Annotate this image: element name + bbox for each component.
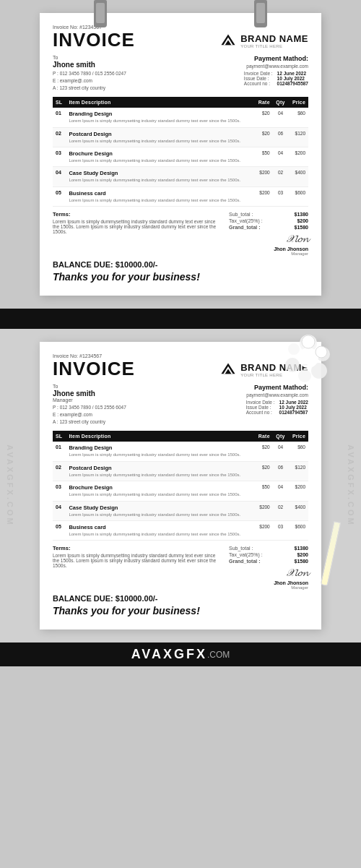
subtotal-row: Sub_total : $1380	[229, 211, 308, 218]
tax-label: Tax_vat(25%) :	[229, 218, 263, 223]
payment-grid: Invoice Date : 12 June 2022 Issue Date :…	[244, 71, 308, 86]
col-sl-b: SL	[53, 431, 66, 442]
invoice-table-top: SL Item Description Rate Qty Price 01 Br…	[53, 97, 308, 207]
balance-due-top: BALANCE DUE: $10000.00/-	[53, 260, 308, 269]
payment-email: payment@www.example.com	[244, 64, 308, 69]
table-body-bottom: 01 Branding Design Lorem Ipsum is simply…	[53, 442, 308, 540]
svg-point-5	[311, 363, 327, 379]
signer-role-bottom: Manager	[229, 585, 308, 590]
account-label-b: Account no :	[246, 410, 275, 415]
invoice-bottom-top: Terms: Lorem Ipsum is simply dummysettin…	[53, 211, 308, 256]
table-row: 03 Brochure Design Lorem Ipsum is simply…	[53, 147, 308, 167]
signature-area-bottom: 𝒳𝓵𝓸𝓷 Jhon Jhonson Manager	[229, 567, 308, 590]
table-row: 05 Business card Lorem Ipsum is simply d…	[53, 186, 308, 206]
bottom-section: AVAXGFX.COM AVAXGFX.COM Invoice No:	[0, 329, 361, 643]
brand-name-bottom: BRAND NAME	[240, 363, 308, 373]
table-row: 04 Case Study Design Lorem Ipsum is simp…	[53, 501, 308, 520]
tax-value: $200	[297, 218, 308, 223]
table-row: 01 Branding Design Lorem Ipsum is simply…	[53, 108, 308, 127]
tax-label-b: Tax_vat(25%) :	[229, 552, 263, 557]
tax-row: Tax_vat(25%) : $200	[229, 218, 308, 224]
col-rate: Rate	[254, 97, 272, 108]
subtotal-value: $1380	[295, 212, 308, 217]
grandtotal-value-b: $1580	[295, 559, 308, 564]
invoice-date-value-b: 12 June 2022	[279, 400, 308, 405]
table-row: 02 Postcard Design Lorem Ipsum is simply…	[53, 461, 308, 481]
invoice-title-bottom: INVOICE	[53, 359, 135, 378]
subtotal-label-b: Sub_total :	[229, 546, 253, 551]
invoice-date-value: 12 June 2022	[277, 71, 308, 76]
grandtotal-row: Grand_total : $1580	[229, 224, 308, 231]
issue-date-value-b: 10 July 2022	[279, 405, 308, 410]
col-item: Item Description	[66, 97, 254, 108]
invoice-header-top: Invoice No: #1234567 INVOICE BRAND NAME …	[53, 25, 308, 49]
col-qty-b: Qty	[273, 431, 289, 442]
client-email-bottom: E : example@.com	[53, 411, 126, 418]
invoice-info-row-bottom: To Jhone smith Manager P : 012 3456 7890…	[53, 384, 308, 425]
account-value-b: 01248794587	[279, 410, 308, 415]
brand-name: BRAND NAME	[240, 34, 308, 44]
thanks-bottom: Thanks you for your business!	[53, 605, 308, 616]
terms-title-bottom: Terms:	[53, 545, 220, 551]
table-row: 01 Branding Design Lorem Ipsum is simply…	[53, 442, 308, 461]
client-role-bottom: Manager	[53, 398, 126, 403]
invoice-title: INVOICE	[53, 30, 135, 49]
col-item-b: Item Description	[66, 431, 254, 442]
grandtotal-value: $1580	[295, 225, 308, 230]
subtotal-row-b: Sub_total : $1380	[229, 545, 308, 551]
brand-text: BRAND NAME YOUR TITLE HERE	[240, 34, 308, 48]
terms-section-top: Terms: Lorem Ipsum is simply dummysettin…	[53, 211, 229, 256]
to-section: To Jhone smith P : 012 3456 7890 / 015 2…	[53, 55, 126, 91]
to-label-bottom: To	[53, 384, 126, 389]
client-name-bottom: Jhone smith	[53, 390, 126, 398]
totals-section-top: Sub_total : $1380 Tax_vat(25%) : $200 Gr…	[229, 211, 308, 256]
col-qty: Qty	[273, 97, 289, 108]
svg-point-11	[316, 346, 327, 358]
payment-email-bottom: payment@www.example.com	[246, 392, 308, 398]
signer-name-top: Jhon Jhonson	[229, 246, 308, 252]
payment-title: Payment Mathod:	[244, 55, 308, 62]
pencil-decoration	[321, 521, 341, 586]
svg-point-3	[300, 335, 317, 352]
signature: 𝒳𝓵𝓸𝓷	[229, 233, 308, 245]
brand-logo-icon	[220, 33, 236, 49]
brand-logo-icon-bottom	[220, 362, 236, 378]
invoice-table-bottom: SL Item Description Rate Qty Price 01 Br…	[53, 431, 308, 541]
thanks-top: Thanks you for your business!	[53, 271, 308, 283]
col-sl: SL	[53, 97, 66, 108]
brand-tagline-bottom: YOUR TITLE HERE	[240, 373, 308, 377]
account-value: 012487945587	[277, 81, 308, 86]
signer-role-top: Manager	[229, 252, 308, 256]
grandtotal-row-b: Grand_total : $1580	[229, 558, 308, 564]
signature-bottom: 𝒳𝓵𝓸𝓷	[229, 567, 308, 579]
issue-date-label-b: Issue Date :	[246, 405, 275, 410]
table-row: 04 Case Study Design Lorem Ipsum is simp…	[53, 167, 308, 186]
payment-grid-bottom: Invoice Date : 12 June 2022 Issue Date :…	[246, 400, 308, 415]
client-address-bottom: A : 123 street city country	[53, 418, 126, 426]
top-section: AVAXGFX.COM AVAXGFX.COM Invoice No: #123…	[0, 0, 361, 309]
terms-section-bottom: Terms: Lorem Ipsum is simply dummysettin…	[53, 545, 229, 590]
client-details: P : 012 3456 7890 / 015 2556 0247 E : ex…	[53, 70, 126, 91]
payment-section-bottom: Payment Mathod: payment@www.example.com …	[246, 384, 308, 425]
table-head: SL Item Description Rate Qty Price	[53, 97, 308, 108]
totals-section-bottom: Sub_total : $1380 Tax_vat(25%) : $200 Gr…	[229, 545, 308, 590]
invoice-header-bottom: Invoice No: #1234567 INVOICE BRAND NAME …	[53, 353, 308, 378]
account-label: Account no :	[244, 81, 273, 86]
invoice-title-block-bottom: Invoice No: #1234567 INVOICE	[53, 353, 135, 378]
svg-point-10	[302, 335, 315, 348]
divider	[0, 309, 361, 329]
brand-area: BRAND NAME YOUR TITLE HERE	[220, 33, 308, 49]
issue-date-label: Issue Date :	[244, 76, 273, 81]
avaxgfx-com: .COM	[207, 650, 230, 660]
brand-text-bottom: BRAND NAME YOUR TITLE HERE	[240, 363, 308, 377]
client-address: A : 123 street city country	[53, 85, 126, 92]
grandtotal-label: Grand_total :	[229, 225, 261, 230]
invoice-paper-top: Invoice No: #1234567 INVOICE BRAND NAME …	[40, 13, 321, 296]
invoice-bottom-bottom: Terms: Lorem Ipsum is simply dummysettin…	[53, 545, 308, 590]
terms-title: Terms:	[53, 211, 220, 218]
invoice-date-label: Invoice Date :	[244, 71, 273, 76]
avaxgfx-footer: AVAXGFX .COM	[0, 643, 361, 666]
invoice-title-block: Invoice No: #1234567 INVOICE	[53, 25, 135, 49]
tax-row-b: Tax_vat(25%) : $200	[229, 551, 308, 558]
client-phone-bottom: P : 012 3456 7890 / 015 2556 6047	[53, 404, 126, 411]
